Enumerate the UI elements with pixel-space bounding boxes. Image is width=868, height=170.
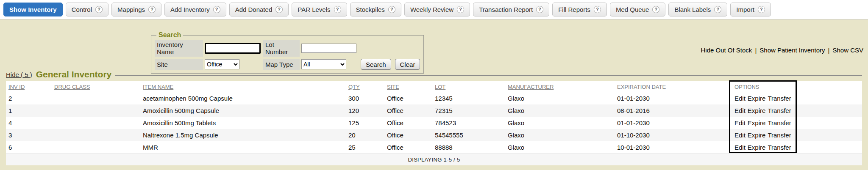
- help-icon[interactable]: ?: [714, 6, 721, 13]
- tab-label: Control: [72, 6, 92, 13]
- expire-link[interactable]: Expire: [748, 107, 766, 114]
- map-type-label: Map Type: [263, 59, 300, 70]
- tab-add-donated[interactable]: Add Donated?: [229, 3, 289, 16]
- show-csv-link[interactable]: Show CSV: [832, 47, 863, 54]
- table-row: 6MMR25Office88888Glaxo10-01-2030EditExpi…: [6, 141, 862, 154]
- cell-lot: 72315: [432, 104, 505, 117]
- column-header-label[interactable]: INV ID: [8, 84, 25, 90]
- expire-link[interactable]: Expire: [748, 95, 766, 102]
- column-header-item-name[interactable]: ITEM NAME: [140, 81, 346, 92]
- clear-button[interactable]: Clear: [395, 59, 420, 70]
- hide-out-of-stock-link[interactable]: Hide Out Of Stock: [701, 47, 752, 54]
- column-header-label[interactable]: SITE: [387, 84, 399, 90]
- search-panel: Search Inventory Name Lot Number Site Of…: [151, 31, 424, 74]
- tab-mappings[interactable]: Mappings?: [111, 3, 161, 16]
- table-row: 3Naltrexone 1.5mg Capsule20Office5454555…: [6, 129, 862, 141]
- help-icon[interactable]: ?: [213, 6, 220, 13]
- table-footer-row: DISPLAYING 1-5 / 5: [6, 154, 862, 166]
- edit-link[interactable]: Edit: [734, 107, 746, 114]
- help-icon[interactable]: ?: [275, 6, 283, 13]
- tab-par-levels[interactable]: PAR Levels?: [292, 3, 347, 16]
- show-patient-inventory-link[interactable]: Show Patient Inventory: [760, 47, 825, 54]
- site-select[interactable]: Office: [205, 59, 239, 69]
- tab-import[interactable]: Import?: [730, 3, 771, 16]
- column-header-manufacturer[interactable]: MANUFACTURER: [505, 81, 615, 92]
- help-icon[interactable]: ?: [457, 6, 464, 13]
- cell-drug-class: [52, 141, 140, 154]
- transfer-link[interactable]: Transfer: [768, 119, 791, 126]
- tab-blank-labels[interactable]: Blank Labels?: [668, 3, 727, 16]
- tab-label: Show Inventory: [9, 6, 57, 13]
- content: Search Inventory Name Lot Number Site Of…: [0, 19, 868, 170]
- cell-manufacturer: Glaxo: [505, 129, 615, 141]
- cell-lot: 784523: [432, 117, 505, 129]
- help-icon[interactable]: ?: [148, 6, 156, 13]
- cell-drug-class: [52, 104, 140, 117]
- cell-site: Office: [384, 117, 432, 129]
- edit-link[interactable]: Edit: [734, 119, 746, 126]
- cell-manufacturer: Glaxo: [505, 104, 615, 117]
- search-grid: Inventory Name Lot Number Site Office Ma…: [155, 40, 420, 70]
- column-header-label[interactable]: DRUG CLASS: [54, 84, 90, 90]
- help-icon[interactable]: ?: [388, 6, 395, 13]
- cell-site: Office: [384, 129, 432, 141]
- tab-label: PAR Levels: [298, 6, 330, 13]
- cell-lot: 88888: [432, 141, 505, 154]
- help-icon[interactable]: ?: [652, 6, 659, 13]
- column-header-lot[interactable]: LOT: [432, 81, 505, 92]
- column-header-site[interactable]: SITE: [384, 81, 432, 92]
- cell-expiration-date: 01-10-2030: [615, 129, 732, 141]
- column-header-label[interactable]: ITEM NAME: [143, 84, 173, 90]
- search-button[interactable]: Search: [361, 59, 391, 70]
- cell-item-name: MMR: [140, 141, 346, 154]
- tab-add-inventory[interactable]: Add Inventory?: [164, 3, 226, 16]
- column-header-expiration-date: EXPIRATION DATE: [615, 81, 732, 92]
- cell-qty: 125: [346, 117, 384, 129]
- cell-drug-class: [52, 129, 140, 141]
- cell-inv-id: 1: [6, 104, 52, 117]
- edit-link[interactable]: Edit: [734, 132, 746, 139]
- help-icon[interactable]: ?: [758, 6, 765, 13]
- column-header-label[interactable]: LOT: [435, 84, 445, 90]
- cell-expiration-date: 01-01-2030: [615, 92, 732, 104]
- lot-number-input[interactable]: [301, 44, 356, 53]
- transfer-link[interactable]: Transfer: [768, 144, 791, 151]
- help-icon[interactable]: ?: [334, 6, 341, 13]
- edit-link[interactable]: Edit: [734, 95, 746, 102]
- tab-transaction-report[interactable]: Transaction Report?: [473, 3, 549, 16]
- column-header-label[interactable]: QTY: [348, 84, 360, 90]
- column-header-inv-id[interactable]: INV ID: [6, 81, 52, 92]
- cell-qty: 25: [346, 141, 384, 154]
- expire-link[interactable]: Expire: [748, 132, 766, 139]
- tab-fill-reports[interactable]: Fill Reports?: [552, 3, 607, 16]
- tab-label: Add Donated: [235, 6, 273, 13]
- column-header-drug-class[interactable]: DRUG CLASS: [52, 81, 140, 92]
- edit-link[interactable]: Edit: [734, 144, 746, 151]
- cell-options: EditExpireTransfer: [732, 92, 862, 104]
- tab-control[interactable]: Control?: [66, 3, 108, 16]
- table-footer: DISPLAYING 1-5 / 5: [6, 154, 862, 166]
- hide-link[interactable]: Hide ( 5 ): [6, 71, 32, 78]
- tab-label: Weekly Review: [410, 6, 453, 13]
- transfer-link[interactable]: Transfer: [768, 132, 791, 139]
- cell-inv-id: 4: [6, 117, 52, 129]
- transfer-link[interactable]: Transfer: [768, 95, 791, 102]
- expire-link[interactable]: Expire: [748, 144, 766, 151]
- column-header-label[interactable]: MANUFACTURER: [508, 84, 554, 90]
- cell-expiration-date: 10-01-2030: [615, 141, 732, 154]
- help-icon[interactable]: ?: [594, 6, 601, 13]
- table-body: 2acetaminophen 500mg Capsule300Office123…: [6, 92, 862, 154]
- column-header-qty[interactable]: QTY: [346, 81, 384, 92]
- cell-item-name: Amoxicillin 500mg Capsule: [140, 104, 346, 117]
- cell-drug-class: [52, 117, 140, 129]
- tab-show-inventory[interactable]: Show Inventory: [3, 3, 63, 16]
- help-icon[interactable]: ?: [95, 6, 103, 13]
- map-type-select[interactable]: All: [301, 59, 346, 69]
- transfer-link[interactable]: Transfer: [768, 107, 791, 114]
- inventory-name-input[interactable]: [205, 43, 261, 54]
- expire-link[interactable]: Expire: [748, 119, 766, 126]
- tab-weekly-review[interactable]: Weekly Review?: [404, 3, 470, 16]
- tab-stockpiles[interactable]: Stockpiles?: [350, 3, 401, 16]
- tab-med-queue[interactable]: Med Queue?: [610, 3, 665, 16]
- help-icon[interactable]: ?: [536, 6, 543, 13]
